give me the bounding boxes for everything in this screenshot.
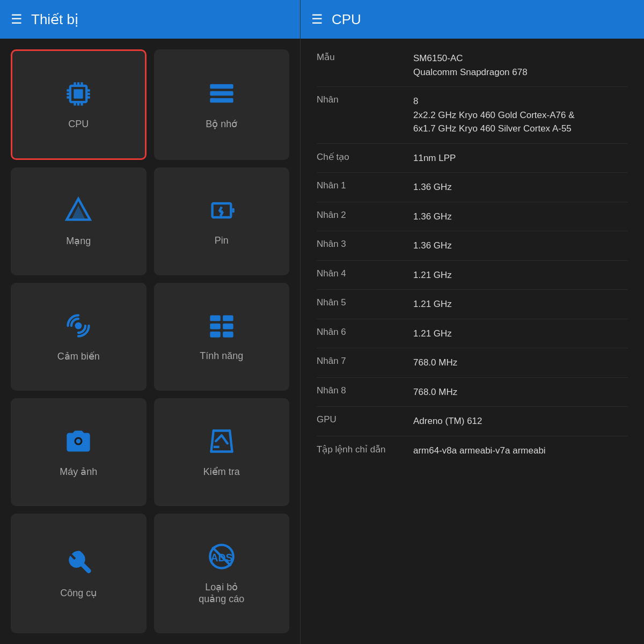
cpu-row-value-6: 1.21 GHz [413,268,628,282]
grid-item-tools[interactable]: Công cụ [11,514,147,633]
svg-rect-29 [210,332,221,338]
cpu-info-list: MẫuSM6150-ACQualcomm Snapdragon 678Nhân8… [301,39,644,644]
cpu-row-label-11: GPU [317,414,402,425]
left-header: ☰ Thiết bị [0,0,300,39]
cpu-row-3: Nhân 11.36 GHz [317,173,628,202]
cpu-row-12: Tập lệnh chỉ dẫnarm64-v8a armeabi-v7a ar… [317,436,628,465]
battery-label: Pin [215,235,229,246]
cpu-row-label-3: Nhân 1 [317,180,402,191]
cpu-row-4: Nhân 21.36 GHz [317,202,628,232]
cpu-row-7: Nhân 51.21 GHz [317,290,628,319]
left-menu-icon[interactable]: ☰ [11,12,23,27]
ads-icon: ADS [208,543,236,575]
right-menu-icon[interactable]: ☰ [311,12,323,27]
memory-icon [208,79,236,112]
svg-rect-20 [232,208,234,213]
svg-rect-30 [223,332,233,338]
cpu-row-label-7: Nhân 5 [317,297,402,308]
cpu-row-value-10: 768.0 MHz [413,385,628,399]
test-icon [208,427,236,459]
cpu-row-value-11: Adreno (TM) 612 [413,414,628,428]
cpu-row-label-5: Nhân 3 [317,239,402,250]
grid-item-sensor[interactable]: Cảm biến [11,283,147,391]
network-icon [64,196,92,229]
svg-rect-27 [210,324,221,330]
cpu-row-value-4: 1.36 GHz [413,210,628,224]
grid-item-battery[interactable]: Pin [154,167,290,275]
cpu-row-label-12: Tập lệnh chỉ dẫn [317,444,402,455]
camera-label: Máy ảnh [60,466,97,478]
svg-rect-16 [210,98,233,103]
cpu-row-label-6: Nhân 4 [317,268,402,279]
left-panel: ☰ Thiết bị [0,0,301,644]
feature-label: Tính năng [200,350,243,362]
camera-icon [64,427,92,459]
sensor-label: Cảm biến [57,350,100,362]
cpu-row-1: Nhân82x2.2 GHz Kryo 460 Gold Cortex-A76 … [317,87,628,144]
tools-label: Công cụ [60,587,97,599]
grid-item-test[interactable]: Kiểm tra [154,398,290,506]
feature-icon [208,312,236,344]
svg-rect-15 [210,91,233,96]
network-label: Mạng [66,235,91,247]
grid-item-cpu[interactable]: CPU [11,49,147,160]
cpu-row-value-5: 1.36 GHz [413,239,628,253]
cpu-row-value-1: 82x2.2 GHz Kryo 460 Gold Cortex-A76 &6x1… [413,94,628,136]
cpu-row-label-9: Nhân 7 [317,356,402,367]
cpu-row-5: Nhân 31.36 GHz [317,231,628,261]
grid-item-camera[interactable]: Máy ảnh [11,398,147,506]
svg-point-32 [76,438,81,443]
svg-rect-14 [210,84,233,89]
grid-item-memory[interactable]: Bộ nhớ [154,49,290,160]
right-panel: ☰ CPU MẫuSM6150-ACQualcomm Snapdragon 67… [301,0,644,644]
grid-item-ads[interactable]: ADS Loại bỏquảng cáo [154,514,290,633]
cpu-row-label-1: Nhân [317,94,402,105]
grid-item-feature[interactable]: Tính năng [154,283,290,391]
cpu-row-value-3: 1.36 GHz [413,180,628,194]
cpu-row-value-2: 11nm LPP [413,151,628,165]
cpu-row-11: GPUAdreno (TM) 612 [317,407,628,436]
cpu-row-0: MẫuSM6150-ACQualcomm Snapdragon 678 [317,44,628,87]
right-header: ☰ CPU [301,0,644,39]
cpu-row-label-4: Nhân 2 [317,210,402,221]
memory-label: Bộ nhớ [206,118,237,130]
grid-item-network[interactable]: Mạng [11,167,147,275]
tools-icon [64,548,92,581]
svg-point-24 [75,322,82,329]
cpu-row-label-0: Mẫu [317,52,402,63]
svg-rect-25 [210,316,221,321]
cpu-row-value-9: 768.0 MHz [413,356,628,370]
cpu-row-value-8: 1.21 GHz [413,327,628,341]
test-label: Kiểm tra [203,466,240,478]
svg-rect-26 [223,316,233,321]
cpu-row-value-0: SM6150-ACQualcomm Snapdragon 678 [413,52,628,79]
sensor-icon [64,312,92,344]
cpu-row-9: Nhân 7768.0 MHz [317,348,628,378]
cpu-row-10: Nhân 8768.0 MHz [317,378,628,407]
cpu-row-value-12: arm64-v8a armeabi-v7a armeabi [413,444,628,458]
app-container: ☰ Thiết bị [0,0,644,644]
cpu-row-2: Chế tạo11nm LPP [317,144,628,173]
svg-rect-1 [74,89,83,98]
right-title: CPU [332,11,361,28]
device-grid: CPU Bộ nhớ [0,39,300,644]
battery-icon [208,196,236,229]
cpu-icon [64,80,92,112]
ads-label: Loại bỏquảng cáo [199,581,244,605]
cpu-row-label-2: Chế tạo [317,151,402,163]
left-title: Thiết bị [31,11,78,28]
cpu-row-label-10: Nhân 8 [317,385,402,396]
cpu-label: CPU [68,119,89,130]
svg-rect-28 [223,324,233,330]
cpu-row-8: Nhân 61.21 GHz [317,319,628,349]
cpu-row-value-7: 1.21 GHz [413,297,628,311]
cpu-row-label-8: Nhân 6 [317,327,402,338]
cpu-row-6: Nhân 41.21 GHz [317,261,628,290]
